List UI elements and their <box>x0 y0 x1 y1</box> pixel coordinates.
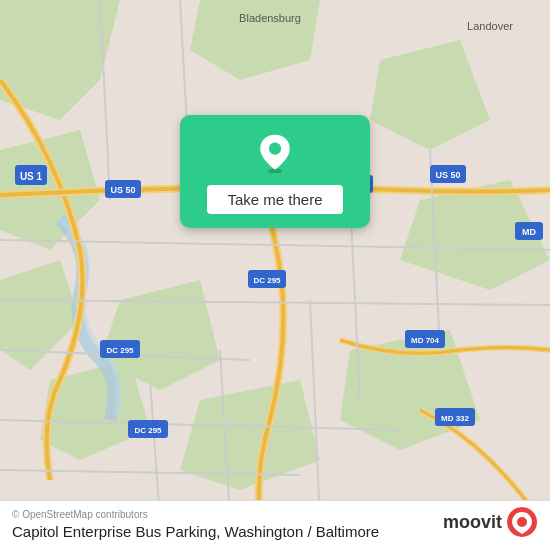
svg-text:US 50: US 50 <box>435 170 460 180</box>
svg-text:US 1: US 1 <box>20 171 43 182</box>
svg-text:MD 704: MD 704 <box>411 336 440 345</box>
moovit-text: moovit <box>443 512 502 533</box>
location-card: Take me there <box>180 115 370 228</box>
svg-text:US 50: US 50 <box>110 185 135 195</box>
svg-text:Landover: Landover <box>467 20 513 32</box>
bottom-info-bar: © OpenStreetMap contributors Capitol Ent… <box>0 500 550 550</box>
map-background: US 1 US 50 US 50 459 US 50 DC 295 DC 295… <box>0 0 550 550</box>
svg-text:Bladensburg: Bladensburg <box>239 12 301 24</box>
moovit-icon <box>506 506 538 538</box>
moovit-logo: moovit <box>443 506 538 538</box>
svg-text:DC 295: DC 295 <box>106 346 134 355</box>
map-container: US 1 US 50 US 50 459 US 50 DC 295 DC 295… <box>0 0 550 550</box>
location-pin-icon <box>255 133 295 173</box>
svg-text:DC 295: DC 295 <box>134 426 162 435</box>
svg-point-50 <box>517 517 527 527</box>
svg-text:MD 332: MD 332 <box>441 414 470 423</box>
svg-text:MD: MD <box>522 227 536 237</box>
svg-point-48 <box>269 143 281 155</box>
svg-text:DC 295: DC 295 <box>253 276 281 285</box>
take-me-there-button[interactable]: Take me there <box>207 185 342 214</box>
